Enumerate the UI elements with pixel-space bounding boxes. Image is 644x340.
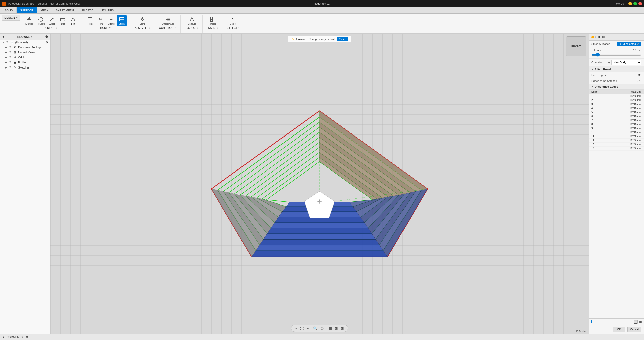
svg-marker-65	[267, 228, 372, 234]
design-dropdown[interactable]: DESIGN ▼	[2, 15, 20, 21]
effects-icon[interactable]: ⊟	[334, 326, 339, 331]
max-gap-cell: 1.11246 mm	[609, 147, 644, 151]
tab-surface[interactable]: SURFACE	[17, 7, 37, 13]
assemble-dropdown[interactable]: ASSEMBLE ▾	[134, 26, 151, 30]
clear-selection-button[interactable]: ✕	[637, 42, 639, 46]
sweep-button[interactable]: Sweep	[47, 15, 57, 26]
browser-collapse-icon[interactable]: ◀	[2, 35, 4, 38]
table-row[interactable]: 51.11246 mm	[589, 110, 644, 114]
viewport[interactable]: ⚠ Unsaved: Changes may be lost Save FRON…	[50, 34, 589, 334]
browser-settings-icon[interactable]: ⚙	[45, 35, 48, 39]
browser-item-sketches[interactable]: ▶ 👁 ✎ Sketches	[0, 65, 50, 70]
select-dropdown[interactable]: SELECT ▾	[226, 26, 240, 30]
browser-origin-label: Origin	[18, 56, 25, 59]
browser-item-doc-settings[interactable]: ▶ 👁 ⚙ Document Settings	[0, 45, 50, 50]
design-chevron-icon: ▼	[16, 17, 18, 19]
grid-icon[interactable]: ⊞	[340, 326, 345, 331]
orbit-icon[interactable]: ⌖	[294, 326, 298, 331]
fit-icon[interactable]: ↔	[306, 326, 311, 331]
max-gap-cell: 1.11246 mm	[609, 98, 644, 102]
patch-icon	[59, 16, 66, 23]
create-dropdown[interactable]: CREATE ▾	[44, 26, 58, 30]
fillet-button[interactable]: Fillet	[85, 15, 95, 26]
tab-mesh[interactable]: MESH	[37, 7, 52, 13]
ok-button[interactable]: OK	[613, 327, 625, 332]
browser-item-bodies[interactable]: ▶ 👁 ◼ Bodies	[0, 60, 50, 65]
minimize-button[interactable]	[628, 2, 632, 5]
browser-unsaved-settings-icon[interactable]: ⚙	[45, 41, 48, 44]
titlebar-left: Autodesk Fusion 360 (Personal – Not for …	[2, 2, 80, 6]
pan-icon[interactable]: ⛶	[299, 326, 304, 331]
table-row[interactable]: 131.11246 mm	[589, 143, 644, 147]
loft-button[interactable]: Loft	[68, 15, 78, 26]
perspective-icon[interactable]: ⬡	[320, 326, 324, 331]
collapse-icon[interactable]: ▶	[3, 335, 5, 339]
browser-item-origin[interactable]: ▶ 👁 ⊕ Origin	[0, 55, 50, 60]
comments-settings-icon[interactable]: ⚙	[26, 335, 28, 339]
modify-dropdown[interactable]: MODIFY ▾	[99, 26, 112, 30]
table-row[interactable]: 41.11246 mm	[589, 106, 644, 110]
browser-item-unsaved[interactable]: ▼ 👁 📄 (Unsaved) ⚙	[0, 40, 50, 45]
edge-table-scroll[interactable]: Edge Max Gap 11.11246 mm21.11246 mm31.11…	[589, 90, 644, 318]
insert-button[interactable]: Insert	[208, 15, 218, 26]
free-edges-row: Free Edges 330	[589, 72, 644, 78]
assemble-button[interactable]: Joint	[138, 15, 147, 26]
info-icon[interactable]: ℹ	[591, 320, 592, 324]
display-mode-icon[interactable]: ▦	[328, 326, 333, 331]
table-row[interactable]: 111.11246 mm	[589, 134, 644, 139]
construct-dropdown[interactable]: CONSTRUCT ▾	[158, 26, 178, 30]
svg-marker-66	[271, 223, 368, 228]
trim-icon: ✂	[97, 16, 104, 23]
patch-button[interactable]: Patch	[58, 15, 67, 26]
sweep-icon	[49, 16, 56, 23]
footer-zoom-icons: 🔲 ▣	[633, 320, 642, 324]
construct-button[interactable]: Offset Plane	[160, 15, 175, 26]
tab-utilities[interactable]: UTILITIES	[97, 7, 117, 13]
trim-button[interactable]: ✂ Trim	[96, 15, 105, 26]
svg-line-14	[192, 17, 194, 21]
max-gap-cell: 1.11246 mm	[609, 143, 644, 147]
table-row[interactable]: 31.11246 mm	[589, 102, 644, 106]
tolerance-slider[interactable]	[591, 53, 641, 57]
table-row[interactable]: 141.11246 mm	[589, 147, 644, 151]
edge-col-header: Edge	[589, 90, 609, 94]
max-gap-cell: 1.11246 mm	[609, 134, 644, 139]
table-row[interactable]: 21.11246 mm	[589, 98, 644, 102]
table-row[interactable]: 11.11246 mm	[589, 94, 644, 98]
selected-count: 33 selected	[622, 42, 636, 45]
stitch-result-header[interactable]: ▼ Stitch Result	[589, 66, 644, 72]
stitch-button active[interactable]: Stitch	[117, 15, 127, 26]
revolve-button[interactable]: Revolve	[35, 15, 46, 26]
maximize-button[interactable]	[633, 2, 637, 5]
svg-rect-18	[211, 20, 213, 22]
table-row[interactable]: 91.11246 mm	[589, 126, 644, 130]
cancel-button[interactable]: Cancel	[627, 327, 641, 332]
modify-tools: Fillet ✂ Trim ↔ Extend Stitch	[85, 15, 127, 26]
operation-select[interactable]: New Body Join Cut Intersect	[611, 60, 641, 65]
tolerance-row: Tolerance 0.10 mm	[589, 47, 644, 59]
zoom-icon[interactable]: 🔍	[312, 326, 318, 331]
browser-item-named-views[interactable]: ▶ 👁 ⊞ Named Views	[0, 50, 50, 55]
tab-plastic[interactable]: PLASTIC	[78, 7, 97, 13]
zoom-fit-icon[interactable]: ▣	[639, 320, 642, 324]
svg-marker-1	[28, 17, 31, 19]
extrude-button[interactable]: Extrude	[24, 15, 34, 26]
unsaved-bar: ⚠ Unsaved: Changes may be lost Save	[288, 36, 351, 42]
insert-dropdown[interactable]: INSERT ▾	[207, 26, 219, 30]
table-row[interactable]: 61.11246 mm	[589, 114, 644, 118]
save-button[interactable]: Save	[337, 37, 348, 41]
table-row[interactable]: 71.11246 mm	[589, 118, 644, 122]
unstitched-edges-header[interactable]: ▼ Unstitched Edges	[589, 84, 644, 90]
inspect-button[interactable]: Measure	[186, 15, 198, 26]
close-button[interactable]	[638, 2, 642, 5]
extend-button[interactable]: ↔ Extend	[106, 15, 116, 26]
tab-sheet-metal[interactable]: SHEET METAL	[52, 7, 78, 13]
view-cube[interactable]: FRONT	[566, 36, 586, 56]
table-row[interactable]: 101.11246 mm	[589, 130, 644, 134]
tab-solid[interactable]: SOLID	[1, 7, 17, 13]
zoom-out-icon[interactable]: 🔲	[633, 320, 638, 324]
select-button[interactable]: ↖ Select	[228, 15, 238, 26]
table-row[interactable]: 81.11246 mm	[589, 122, 644, 126]
table-row[interactable]: 121.11246 mm	[589, 139, 644, 143]
inspect-dropdown[interactable]: INSPECT ▾	[185, 26, 199, 30]
